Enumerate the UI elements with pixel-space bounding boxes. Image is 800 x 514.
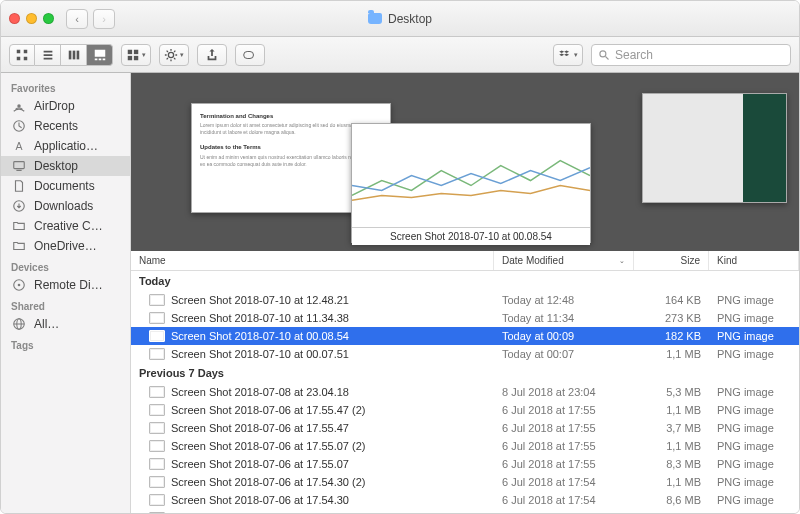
svg-rect-9 [76, 50, 79, 59]
sidebar: FavoritesAirDropRecentsAApplicatio…Deskt… [1, 73, 131, 514]
sidebar-item-label: All… [34, 317, 59, 331]
file-thumb-icon [149, 494, 165, 506]
dropbox-button[interactable]: ▾ [553, 44, 583, 66]
file-row[interactable]: Screen Shot 2018-07-06 at 17.54.036 Jul … [131, 509, 799, 514]
file-date: 8 Jul 2018 at 23:04 [494, 386, 634, 398]
search-field[interactable]: Search [591, 44, 791, 66]
view-list-button[interactable] [35, 44, 61, 66]
arrange-button[interactable]: ▾ [121, 44, 151, 66]
svg-point-29 [18, 284, 21, 287]
svg-rect-2 [17, 56, 21, 60]
doc-icon [11, 179, 27, 193]
file-name: Screen Shot 2018-07-06 at 17.55.47 (2) [171, 404, 494, 416]
column-kind[interactable]: Kind [709, 251, 799, 270]
down-icon [11, 199, 27, 213]
toolbar: ▾ ▾ ▾ Search [1, 37, 799, 73]
file-row[interactable]: Screen Shot 2018-07-06 at 17.54.306 Jul … [131, 491, 799, 509]
file-kind: PNG image [709, 386, 799, 398]
sidebar-item-label: Applicatio… [34, 139, 98, 153]
svg-rect-12 [98, 58, 101, 60]
file-kind: PNG image [709, 404, 799, 416]
clock-icon [11, 119, 27, 133]
column-date[interactable]: Date Modified⌄ [494, 251, 634, 270]
list-group-header: Today [131, 271, 799, 291]
column-size[interactable]: Size [634, 251, 709, 270]
globe-icon [11, 317, 27, 331]
svg-rect-7 [68, 50, 71, 59]
sidebar-item-airdrop[interactable]: AirDrop [1, 96, 130, 116]
sidebar-item-applicatio-[interactable]: AApplicatio… [1, 136, 130, 156]
file-row[interactable]: Screen Shot 2018-07-06 at 17.55.07 (2)6 … [131, 437, 799, 455]
file-thumb-icon [149, 458, 165, 470]
file-date: 6 Jul 2018 at 17:54 [494, 476, 634, 488]
dropbox-icon [558, 48, 572, 62]
action-button[interactable]: ▾ [159, 44, 189, 66]
file-size: 164 KB [634, 294, 709, 306]
file-thumb-icon [149, 330, 165, 342]
file-kind: PNG image [709, 312, 799, 324]
file-row[interactable]: Screen Shot 2018-07-06 at 17.55.476 Jul … [131, 419, 799, 437]
file-kind: PNG image [709, 422, 799, 434]
sidebar-item-creative-c-[interactable]: Creative C… [1, 216, 130, 236]
file-row[interactable]: Screen Shot 2018-07-10 at 12.48.21Today … [131, 291, 799, 309]
forward-button[interactable]: › [93, 9, 115, 29]
disc-icon [11, 278, 27, 292]
sidebar-section-header: Favorites [1, 77, 130, 96]
file-date: 6 Jul 2018 at 17:54 [494, 494, 634, 506]
svg-rect-10 [94, 49, 105, 56]
folder-icon [368, 13, 382, 24]
file-row[interactable]: Screen Shot 2018-07-06 at 17.55.076 Jul … [131, 455, 799, 473]
file-list[interactable]: TodayScreen Shot 2018-07-10 at 12.48.21T… [131, 271, 799, 514]
file-thumb-icon [149, 476, 165, 488]
file-size: 1,1 MB [634, 476, 709, 488]
sidebar-item-label: Creative C… [34, 219, 103, 233]
gallery-thumb-selected[interactable]: Screen Shot 2018-07-10 at 00.08.54 [351, 123, 591, 243]
file-name: Screen Shot 2018-07-10 at 00.08.54 [171, 330, 494, 342]
close-icon[interactable] [9, 13, 20, 24]
gallery-thumb[interactable] [642, 93, 787, 203]
zoom-icon[interactable] [43, 13, 54, 24]
minimize-icon[interactable] [26, 13, 37, 24]
file-date: Today at 11:34 [494, 312, 634, 324]
file-size: 1,1 MB [634, 348, 709, 360]
share-button[interactable] [197, 44, 227, 66]
file-row[interactable]: Screen Shot 2018-07-10 at 11.34.38Today … [131, 309, 799, 327]
column-name[interactable]: Name [131, 251, 494, 270]
back-button[interactable]: ‹ [66, 9, 88, 29]
file-row[interactable]: Screen Shot 2018-07-10 at 00.07.51Today … [131, 345, 799, 363]
search-icon [598, 49, 610, 61]
grid-icon [15, 48, 29, 62]
file-size: 1,1 MB [634, 440, 709, 452]
sidebar-item-all-[interactable]: All… [1, 314, 130, 334]
sidebar-item-recents[interactable]: Recents [1, 116, 130, 136]
view-gallery-button[interactable] [87, 44, 113, 66]
sidebar-item-label: Recents [34, 119, 78, 133]
file-name: Screen Shot 2018-07-06 at 17.54.30 [171, 494, 494, 506]
file-thumb-icon [149, 422, 165, 434]
chevron-down-icon: ▾ [142, 51, 146, 59]
sidebar-item-downloads[interactable]: Downloads [1, 196, 130, 216]
svg-rect-13 [102, 58, 105, 60]
gallery-caption: Screen Shot 2018-07-10 at 00.08.54 [352, 227, 590, 245]
file-kind: PNG image [709, 330, 799, 342]
sidebar-section-header: Devices [1, 256, 130, 275]
sidebar-item-desktop[interactable]: Desktop [1, 156, 130, 176]
file-date: 6 Jul 2018 at 17:55 [494, 404, 634, 416]
file-size: 8,3 MB [634, 458, 709, 470]
sidebar-item-onedrive-[interactable]: OneDrive… [1, 236, 130, 256]
sidebar-item-documents[interactable]: Documents [1, 176, 130, 196]
file-kind: PNG image [709, 458, 799, 470]
search-placeholder: Search [615, 48, 653, 62]
file-thumb-icon [149, 312, 165, 324]
sidebar-item-remote-di-[interactable]: Remote Di… [1, 275, 130, 295]
svg-rect-3 [24, 56, 28, 60]
file-row[interactable]: Screen Shot 2018-07-10 at 00.08.54Today … [131, 327, 799, 345]
tags-button[interactable] [235, 44, 265, 66]
file-row[interactable]: Screen Shot 2018-07-06 at 17.54.30 (2)6 … [131, 473, 799, 491]
svg-rect-15 [134, 49, 138, 53]
file-row[interactable]: Screen Shot 2018-07-08 at 23.04.188 Jul … [131, 383, 799, 401]
file-size: 273 KB [634, 312, 709, 324]
file-row[interactable]: Screen Shot 2018-07-06 at 17.55.47 (2)6 … [131, 401, 799, 419]
view-icon-button[interactable] [9, 44, 35, 66]
view-column-button[interactable] [61, 44, 87, 66]
